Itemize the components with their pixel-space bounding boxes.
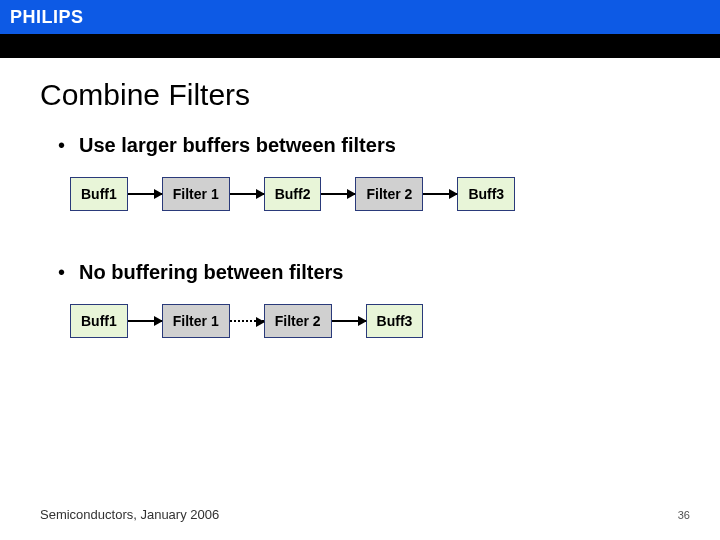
box-buff1: Buff1: [70, 304, 128, 338]
bullet-larger-buffers: Use larger buffers between filters: [58, 134, 680, 157]
box-filter1: Filter 1: [162, 304, 230, 338]
box-buff3: Buff3: [366, 304, 424, 338]
slide: PHILIPS Combine Filters Use larger buffe…: [0, 0, 720, 540]
box-filter2: Filter 2: [264, 304, 332, 338]
footer-text: Semiconductors, January 2006: [40, 507, 219, 522]
box-buff2: Buff2: [264, 177, 322, 211]
slide-title: Combine Filters: [40, 78, 680, 112]
footer: Semiconductors, January 2006 36: [40, 507, 690, 522]
arrow-icon: [230, 193, 264, 195]
arrow-icon: [128, 193, 162, 195]
arrow-icon: [423, 193, 457, 195]
box-buff1: Buff1: [70, 177, 128, 211]
box-filter1: Filter 1: [162, 177, 230, 211]
dotted-arrow-icon: [230, 320, 264, 322]
content-area: Combine Filters Use larger buffers betwe…: [0, 58, 720, 338]
philips-logo: PHILIPS: [10, 7, 84, 28]
box-buff3: Buff3: [457, 177, 515, 211]
box-filter2: Filter 2: [355, 177, 423, 211]
bullet-no-buffering: No buffering between filters: [58, 261, 680, 284]
arrow-icon: [128, 320, 162, 322]
black-bar: [0, 34, 720, 58]
header-bar: PHILIPS: [0, 0, 720, 34]
page-number: 36: [678, 509, 690, 521]
diagram-no-buffers: Buff1 Filter 1 Filter 2 Buff3: [70, 304, 680, 338]
arrow-icon: [332, 320, 366, 322]
diagram-with-buffers: Buff1 Filter 1 Buff2 Filter 2 Buff3: [70, 177, 680, 211]
arrow-icon: [321, 193, 355, 195]
